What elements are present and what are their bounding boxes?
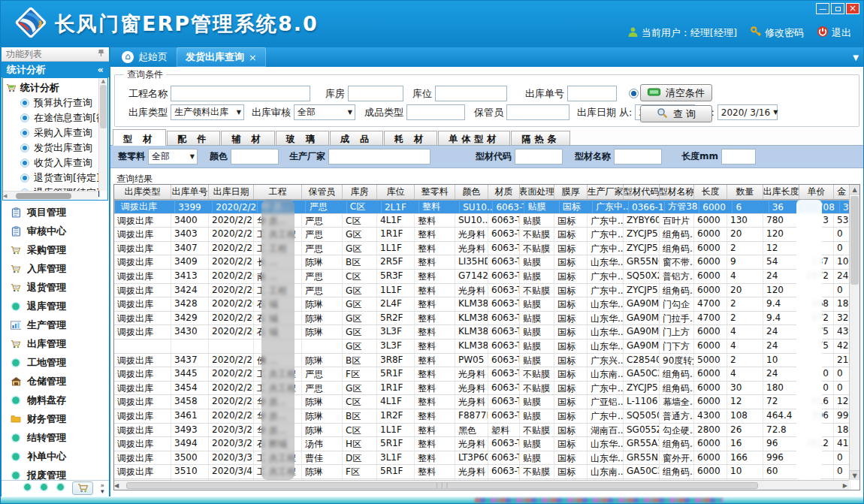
column-header-2[interactable]: 出库日期 (209, 185, 254, 199)
column-header-9[interactable]: 材质 (488, 185, 520, 199)
sidebar-module-6[interactable]: 生产管理 (2, 315, 109, 334)
project-name-input[interactable] (171, 86, 310, 101)
column-header-0[interactable]: 出库类型 (114, 185, 171, 199)
product-type-input[interactable] (406, 104, 465, 120)
audit-select[interactable]: 全部▼ (294, 104, 355, 120)
table-row[interactable]: 调拨出库34452020/2/27工 共工程严思F区5R1F整料光身料6063-… (114, 367, 859, 382)
tab-shipping-outbound-query[interactable]: 发货出库查询 × (177, 47, 266, 67)
outbound-type-select[interactable]: 生产领料出库▼ (171, 104, 244, 120)
tree-item-0[interactable]: 预算执行查询 (6, 95, 106, 110)
table-vertical-scrollbar[interactable]: ▲▼ (849, 185, 859, 480)
search-button[interactable]: 查 询 (640, 105, 712, 122)
tree-horizontal-scrollbar[interactable]: ◀ (3, 191, 98, 200)
tab-list-chevron-icon[interactable]: ▼ (853, 53, 859, 62)
material-tab-5[interactable]: 耗 材 (384, 131, 437, 145)
table-row[interactable]: 调拨出库35002020/3/3工 共工程曹佳D区3L1F整料LT3P60606… (114, 451, 859, 466)
profile-name-input[interactable] (614, 149, 662, 164)
column-header-7[interactable]: 整零料 (415, 185, 455, 199)
sidebar-overflow-chevron[interactable]: »▾ (100, 482, 104, 494)
manufacturer-input[interactable] (328, 149, 430, 164)
color-input[interactable] (231, 149, 279, 164)
cart-shortcut-button[interactable] (72, 481, 93, 495)
change-password-button[interactable]: 修改密码 (750, 26, 804, 40)
tree-item-4[interactable]: 收货入库查询 (6, 155, 106, 171)
minimize-icon[interactable]: — (816, 3, 829, 14)
table-row[interactable]: 调拨出库34002020/2/25华 原...严思C区4L1F整料SU10...… (114, 214, 859, 228)
keeper-input[interactable] (506, 104, 569, 120)
material-tab-2[interactable]: 辅 材 (221, 131, 274, 145)
green-circle-icon[interactable] (39, 481, 49, 495)
scroll-down-icon[interactable]: ▼ (850, 470, 859, 480)
scrollbar-thumb[interactable]: ❘❘❘ (126, 482, 758, 489)
sidebar-module-3[interactable]: 入库管理 (2, 259, 109, 278)
column-header-8[interactable]: 颜色 (455, 185, 488, 199)
column-header-1[interactable]: 出库单号 (171, 185, 209, 199)
collapse-icon[interactable]: « (98, 64, 104, 75)
table-row[interactable]: 调拨出库34542020/2/28工 共工程严思G区1R1F整料光身料6063-… (114, 382, 859, 396)
material-tab-6[interactable]: 单体型材 (438, 131, 510, 145)
table-row[interactable]: 调拨出库34942020/3/2石 辉城汤伟H区5R1F整料光身料6063-T5… (114, 437, 859, 451)
table-row[interactable]: 调拨出库34282020/2/26石 城陈琳G区2L4F整料KLM3817606… (114, 297, 859, 312)
logout-button[interactable]: 退出 (817, 26, 851, 40)
sidebar-module-14[interactable]: 报废管理 (2, 466, 109, 480)
clear-conditions-button[interactable]: 清空条件 (640, 84, 712, 101)
table-row[interactable]: 调拨出库34072020/2/25工 工程严思G区1L1F整料光身料6063-T… (114, 242, 859, 256)
material-tab-1[interactable]: 配 件 (167, 131, 220, 145)
column-header-11[interactable]: 膜厚 (554, 185, 588, 199)
column-header-14[interactable]: 型材名称 (660, 185, 694, 199)
sidebar-module-0[interactable]: 项目管理 (2, 203, 109, 222)
length-input[interactable] (721, 149, 756, 164)
material-tab-0[interactable]: 型 材 (113, 129, 166, 146)
sidebar-module-11[interactable]: 财务管理 (2, 409, 109, 428)
close-tab-icon[interactable]: × (249, 52, 257, 63)
material-tab-3[interactable]: 玻 璃 (276, 131, 329, 145)
column-header-19[interactable]: 金 (834, 185, 850, 199)
column-header-15[interactable]: 长度 (694, 185, 727, 199)
column-header-17[interactable]: 出库长度 (763, 185, 799, 199)
warehouse-input[interactable] (348, 86, 403, 101)
pin-icon[interactable] (98, 49, 104, 59)
material-tab-4[interactable]: 成 品 (330, 131, 383, 145)
stats-section-header[interactable]: 统计分析 « (2, 62, 109, 77)
tab-home[interactable]: ⌂ 起始页 (113, 47, 177, 67)
sidebar-module-10[interactable]: 物料盘存 (2, 391, 109, 409)
sidebar-module-7[interactable]: 出库管理 (2, 334, 109, 353)
column-header-10[interactable]: 表面处理 (520, 185, 554, 199)
sidebar-module-12[interactable]: 结转管理 (2, 428, 109, 447)
close-icon[interactable]: × (846, 3, 859, 14)
scrollbar-thumb[interactable] (850, 196, 859, 285)
column-header-6[interactable]: 库位 (377, 185, 415, 199)
column-header-3[interactable]: 工程 (254, 185, 302, 199)
table-row[interactable]: 调拨出库34372020/2/27佛 ...陈琳B区3R8F整料PW056063… (114, 354, 859, 368)
table-row[interactable]: 调拨出库34582020/2/28华 原...陈琳C区4L1F整料光身料6063… (114, 395, 859, 409)
table-row[interactable]: 调拨出库34612020/2/28华 原...陈琳B区1R2F整料F8877FT… (114, 409, 859, 424)
maximize-icon[interactable] (831, 3, 844, 14)
column-header-13[interactable]: 型材代码 (624, 185, 660, 199)
location-input[interactable] (435, 86, 507, 101)
green-circle-icon[interactable] (56, 481, 65, 495)
tree-vertical-scrollbar[interactable]: ▲ (98, 78, 107, 191)
table-row[interactable]: 调拨出库34932020/3/2华 原...陈琳C区1L1F整料黑色塑料不贴膜国… (114, 424, 859, 438)
column-header-18[interactable]: 单价 (799, 185, 834, 199)
table-row[interactable]: 调拨出库34242020/2/26工 工程严思G区1L1F整料光身料6063-T… (114, 284, 859, 298)
date-to-picker[interactable]: 2020/ 3/16▼ (717, 104, 778, 120)
tree-item-2[interactable]: 采购入库查询 (6, 125, 106, 140)
tree-item-3[interactable]: 发货出库查询 (6, 140, 106, 155)
sidebar-module-2[interactable]: 采购管理 (2, 240, 109, 259)
sidebar-module-9[interactable]: 仓储管理 (2, 372, 109, 391)
column-header-5[interactable]: 库房 (343, 185, 377, 199)
sidebar-module-13[interactable]: 补单中心 (2, 447, 109, 466)
table-horizontal-scrollbar[interactable]: ◀❘❘❘▶ (114, 480, 849, 490)
tree-root[interactable]: 统计分析 (6, 80, 106, 95)
column-header-4[interactable]: 保管员 (302, 185, 343, 199)
tree-item-1[interactable]: 在途信息查询[待 (6, 110, 106, 125)
table-row[interactable]: 调拨出库33992020/2/25华 原...严思C区2L1F整料SU10...… (114, 200, 859, 214)
sidebar-module-1[interactable]: 审核中心 (2, 222, 109, 240)
column-header-16[interactable]: 数量 (727, 185, 763, 199)
table-row[interactable]: 调拨出库35102020/3/4工 共工程陈琳F区5R1F整料光身料6063-T… (114, 465, 859, 479)
table-row[interactable]: 调拨出库34302020/2/26石 城陈琳G区3L3F整料KLM3817606… (114, 325, 859, 340)
tree-item-5[interactable]: 退货查询[待定] (6, 171, 106, 186)
column-header-12[interactable]: 生产厂家 (588, 185, 624, 199)
whole-part-select[interactable]: 全部▼ (148, 149, 198, 164)
table-row[interactable]: 调拨出库34092020/2/25长 ...陈琳B区2R5F整料LI35HD60… (114, 255, 859, 270)
